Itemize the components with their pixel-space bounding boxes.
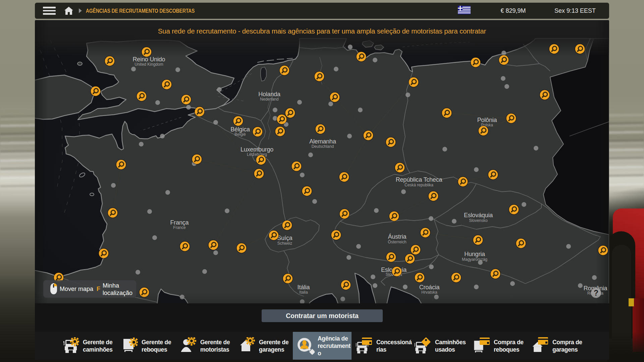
svg-text:Eslováquia: Eslováquia <box>464 212 493 219</box>
svg-text:Reino Unido: Reino Unido <box>133 56 165 63</box>
svg-text:France: France <box>173 225 186 230</box>
svg-text:República Tcheca: República Tcheca <box>396 176 443 183</box>
svg-text:Bélgica: Bélgica <box>230 126 250 133</box>
svg-text:Slovensko: Slovensko <box>469 218 488 223</box>
svg-text:Holanda: Holanda <box>258 91 281 98</box>
svg-text:Croácia: Croácia <box>419 284 440 291</box>
svg-text:Schweiz: Schweiz <box>277 241 292 246</box>
svg-text:Luxemburgo: Luxemburgo <box>240 146 273 153</box>
svg-text:België: België <box>234 132 246 137</box>
svg-text:United Kingdom: United Kingdom <box>135 62 163 67</box>
svg-text:Hungria: Hungria <box>464 251 485 257</box>
svg-text:Polônia: Polônia <box>477 117 497 123</box>
svg-text:Česká republika: Česká republika <box>405 182 433 187</box>
svg-text:Österreich: Österreich <box>388 240 406 244</box>
svg-text:Deutschland: Deutschland <box>312 144 334 149</box>
svg-text:Áustria: Áustria <box>388 233 407 240</box>
svg-text:Nederland: Nederland <box>260 97 278 102</box>
svg-text:Suíça: Suíça <box>277 235 292 241</box>
svg-text:Itália: Itália <box>298 284 310 291</box>
svg-text:Magyarország: Magyarország <box>462 257 487 262</box>
svg-text:Alemanha: Alemanha <box>309 138 336 145</box>
svg-text:França: França <box>170 219 189 226</box>
